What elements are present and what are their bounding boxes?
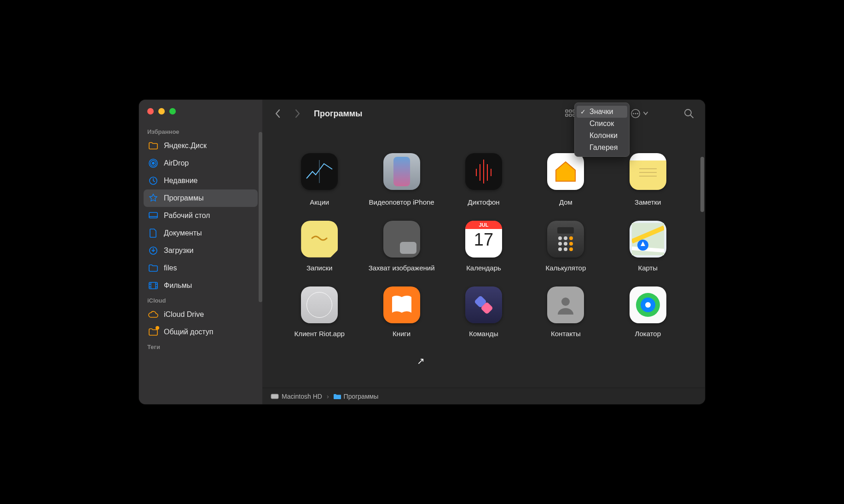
view-mode-menu: ЗначкиСписокКолонкиГалерея bbox=[574, 103, 630, 157]
app-label: Календарь bbox=[466, 264, 501, 273]
view-option-Список[interactable]: Список bbox=[577, 118, 627, 130]
svg-point-36 bbox=[561, 298, 570, 306]
nav-forward-button[interactable] bbox=[291, 107, 304, 120]
actions-button[interactable] bbox=[630, 108, 648, 120]
app-label: Контакты bbox=[551, 330, 581, 338]
path-separator-icon: › bbox=[327, 393, 329, 400]
app-label: Заметки bbox=[635, 198, 661, 207]
app-icon bbox=[547, 153, 584, 190]
sidebar-item-recent[interactable]: Недавние bbox=[144, 172, 258, 189]
app-icon bbox=[630, 286, 666, 323]
view-option-Колонки[interactable]: Колонки bbox=[577, 130, 627, 142]
svg-point-0 bbox=[152, 162, 155, 165]
app-label: Калькулятор bbox=[545, 264, 586, 273]
finder-window: ИзбранноеЯндекс.ДискAirDropНедавниеПрогр… bbox=[139, 100, 705, 404]
sidebar-section-label: Теги bbox=[139, 341, 262, 352]
folder-icon bbox=[148, 263, 158, 273]
path-bar: Macintosh HD›Программы bbox=[262, 388, 705, 404]
apps-icon bbox=[148, 193, 158, 203]
app-label: Клиент Riot.app bbox=[294, 330, 344, 338]
clock-icon bbox=[148, 176, 158, 186]
sidebar-item-icloud-drive[interactable]: iCloud Drive bbox=[144, 306, 258, 323]
search-button[interactable] bbox=[682, 108, 696, 120]
download-icon bbox=[148, 246, 158, 256]
path-segment[interactable]: Macintosh HD bbox=[271, 393, 322, 400]
sidebar-item-movies[interactable]: Фильмы bbox=[144, 277, 258, 294]
app-icon bbox=[383, 153, 420, 190]
svg-point-39 bbox=[645, 302, 651, 308]
svg-point-26 bbox=[564, 242, 567, 246]
sidebar-item-label: Рабочий стол bbox=[164, 212, 210, 220]
sidebar-item-label: iCloud Drive bbox=[164, 310, 204, 319]
svg-rect-22 bbox=[557, 227, 574, 234]
app-item[interactable]: Захват изображений bbox=[363, 218, 440, 273]
svg-point-23 bbox=[558, 236, 562, 240]
app-item[interactable]: Клиент Riot.app bbox=[281, 284, 358, 338]
sidebar-item-yandex-disk[interactable]: Яндекс.Диск bbox=[144, 137, 258, 155]
minimize-window-button[interactable] bbox=[158, 108, 165, 115]
sidebar-item-desktop[interactable]: Рабочий стол bbox=[144, 207, 258, 224]
sidebar-item-label: Общий доступ bbox=[164, 328, 214, 336]
app-item[interactable]: Видеоповтор iPhone bbox=[363, 149, 440, 207]
sidebar-item-label: Яндекс.Диск bbox=[164, 142, 207, 150]
folder-icon bbox=[334, 394, 341, 399]
svg-rect-6 bbox=[149, 282, 157, 289]
nav-back-button[interactable] bbox=[272, 107, 284, 120]
app-icon bbox=[383, 286, 420, 323]
path-segment-label: Программы bbox=[344, 393, 379, 400]
app-icon bbox=[301, 221, 338, 258]
svg-point-24 bbox=[564, 236, 567, 240]
app-label: Видеоповтор iPhone bbox=[369, 198, 434, 207]
app-item[interactable]: Книги bbox=[363, 284, 440, 338]
sidebar-item-label: Загрузки bbox=[164, 246, 193, 255]
sidebar-item-documents[interactable]: Документы bbox=[144, 224, 258, 242]
svg-rect-4 bbox=[149, 212, 157, 218]
app-label: Диктофон bbox=[468, 198, 499, 207]
app-icon bbox=[547, 221, 584, 258]
svg-rect-7 bbox=[566, 110, 568, 112]
sidebar: ИзбранноеЯндекс.ДискAirDropНедавниеПрогр… bbox=[139, 100, 262, 404]
sidebar-item-airdrop[interactable]: AirDrop bbox=[144, 155, 258, 172]
app-item[interactable]: Диктофон bbox=[445, 149, 522, 207]
svg-point-25 bbox=[558, 242, 562, 246]
app-item[interactable]: Дом bbox=[527, 149, 604, 207]
app-item[interactable]: Локатор bbox=[609, 284, 687, 338]
app-item[interactable]: Контакты bbox=[527, 284, 604, 338]
content-scrollbar[interactable] bbox=[700, 157, 704, 212]
chevron-down-icon bbox=[643, 112, 648, 115]
app-label: Захват изображений bbox=[369, 264, 435, 273]
cloud-icon bbox=[148, 309, 158, 320]
app-item[interactable]: Записки bbox=[281, 218, 358, 273]
desktop-icon bbox=[148, 211, 158, 221]
main-pane: Программы ЗначкиСписок bbox=[262, 100, 705, 404]
svg-rect-8 bbox=[569, 110, 572, 112]
sidebar-item-applications[interactable]: Программы bbox=[144, 189, 258, 207]
airdrop-icon bbox=[148, 158, 158, 168]
window-title: Программы bbox=[314, 109, 362, 119]
app-item[interactable]: Команды bbox=[445, 284, 522, 338]
app-icon bbox=[547, 286, 584, 323]
close-window-button[interactable] bbox=[147, 108, 154, 115]
app-label: Карты bbox=[638, 264, 658, 273]
view-option-Галерея[interactable]: Галерея bbox=[577, 142, 627, 154]
svg-point-28 bbox=[564, 247, 567, 251]
app-item[interactable]: Калькулятор bbox=[527, 218, 604, 273]
app-item[interactable]: Акции bbox=[281, 149, 358, 207]
maximize-window-button[interactable] bbox=[169, 108, 176, 115]
window-controls bbox=[139, 108, 262, 115]
sidebar-item-downloads[interactable]: Загрузки bbox=[144, 242, 258, 259]
path-segment[interactable]: Программы bbox=[334, 393, 379, 400]
app-item[interactable]: JUL17Календарь bbox=[445, 218, 522, 273]
app-item[interactable]: Карты bbox=[609, 218, 687, 273]
sidebar-item-shared[interactable]: Общий доступ bbox=[144, 323, 258, 341]
app-icon bbox=[465, 286, 502, 323]
toolbar: Программы bbox=[262, 100, 705, 127]
app-icon bbox=[301, 286, 338, 323]
app-item[interactable]: Заметки bbox=[609, 149, 687, 207]
sidebar-item-label: AirDrop bbox=[164, 159, 189, 167]
sidebar-scrollbar[interactable] bbox=[259, 132, 262, 302]
hdd-icon bbox=[271, 393, 279, 400]
sidebar-item-files[interactable]: files bbox=[144, 259, 258, 277]
view-option-Значки[interactable]: Значки bbox=[577, 106, 627, 118]
sidebar-item-label: Фильмы bbox=[164, 281, 192, 290]
